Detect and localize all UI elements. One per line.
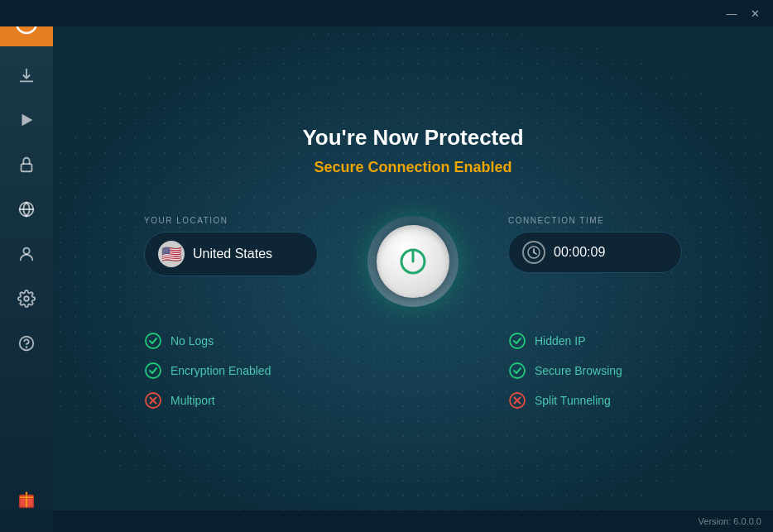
sidebar-item-download[interactable] bbox=[0, 53, 53, 98]
sidebar-item-ip[interactable] bbox=[0, 187, 53, 232]
user-icon bbox=[17, 245, 36, 263]
location-block: YOUR LOCATION 🇺🇸 United States bbox=[144, 216, 318, 276]
protected-title: You're Now Protected bbox=[302, 125, 523, 151]
connection-time-value: 00:00:09 bbox=[554, 245, 605, 260]
main-content: You're Now Protected Secure Connection E… bbox=[53, 26, 773, 532]
ip-icon bbox=[17, 200, 36, 218]
svg-marker-2 bbox=[22, 114, 33, 127]
svg-point-7 bbox=[24, 296, 29, 301]
feature-item: Encryption Enabled bbox=[144, 362, 318, 380]
connection-time-label: CONNECTION TIME bbox=[508, 216, 682, 225]
location-value: United States bbox=[193, 247, 272, 261]
check-icon bbox=[508, 332, 526, 350]
connection-time-pill: 00:00:09 bbox=[508, 232, 682, 273]
features-row: No LogsEncryption EnabledMultiport Hidde… bbox=[144, 332, 682, 410]
sidebar-item-account[interactable] bbox=[0, 232, 53, 276]
svg-point-6 bbox=[23, 248, 29, 254]
svg-point-19 bbox=[146, 333, 161, 348]
play-icon bbox=[17, 111, 36, 129]
feature-item: Split Tunneling bbox=[508, 391, 682, 410]
power-svg-icon bbox=[396, 245, 430, 278]
info-row: YOUR LOCATION 🇺🇸 United States CONNECTIO… bbox=[144, 216, 682, 307]
svg-point-25 bbox=[510, 363, 525, 378]
sidebar-item-gift[interactable] bbox=[0, 477, 53, 522]
svg-point-24 bbox=[510, 333, 525, 348]
power-button-center[interactable] bbox=[367, 216, 459, 307]
check-icon bbox=[508, 362, 526, 380]
location-label: YOUR LOCATION bbox=[144, 216, 318, 225]
feature-label: Split Tunneling bbox=[535, 394, 611, 407]
svg-point-9 bbox=[26, 347, 27, 347]
sidebar-item-security[interactable] bbox=[0, 142, 53, 187]
us-flag: 🇺🇸 bbox=[158, 241, 185, 267]
minimize-button[interactable]: — bbox=[720, 4, 743, 22]
help-icon bbox=[17, 334, 36, 352]
lock-icon bbox=[17, 156, 36, 174]
feature-label: Multiport bbox=[170, 394, 215, 407]
feature-label: Encryption Enabled bbox=[170, 364, 271, 377]
sidebar-item-settings[interactable] bbox=[0, 276, 53, 321]
feature-item: Multiport bbox=[144, 391, 318, 410]
power-inner-button[interactable] bbox=[377, 225, 449, 298]
sidebar bbox=[0, 0, 53, 532]
power-outer-ring bbox=[367, 216, 459, 307]
svg-rect-3 bbox=[22, 164, 32, 171]
svg-point-20 bbox=[146, 363, 161, 378]
x-icon bbox=[508, 391, 526, 410]
feature-item: Hidden IP bbox=[508, 332, 682, 350]
features-right: Hidden IPSecure BrowsingSplit Tunneling bbox=[508, 332, 682, 410]
feature-label: No Logs bbox=[170, 334, 214, 347]
sidebar-item-help[interactable] bbox=[0, 321, 53, 366]
x-icon bbox=[144, 391, 162, 410]
feature-item: Secure Browsing bbox=[508, 362, 682, 380]
check-icon bbox=[144, 332, 162, 350]
connection-status: Secure Connection Enabled bbox=[314, 159, 511, 176]
connection-block: CONNECTION TIME 00:00:09 bbox=[508, 216, 682, 273]
clock-icon bbox=[522, 241, 545, 264]
feature-item: No Logs bbox=[144, 332, 318, 350]
title-bar: — ✕ bbox=[0, 0, 773, 26]
sidebar-item-connect[interactable] bbox=[0, 98, 53, 142]
gift-icon bbox=[17, 491, 36, 509]
download-icon bbox=[17, 66, 36, 84]
version-bar: Version: 6.0.0.0 bbox=[53, 510, 773, 532]
check-icon bbox=[144, 362, 162, 380]
location-pill: 🇺🇸 United States bbox=[144, 232, 318, 276]
feature-label: Secure Browsing bbox=[535, 364, 622, 377]
version-text: Version: 6.0.0.0 bbox=[699, 516, 761, 526]
features-left: No LogsEncryption EnabledMultiport bbox=[144, 332, 318, 410]
svg-line-18 bbox=[534, 252, 536, 254]
settings-icon bbox=[17, 290, 36, 308]
feature-label: Hidden IP bbox=[535, 334, 585, 347]
close-button[interactable]: ✕ bbox=[743, 4, 766, 22]
